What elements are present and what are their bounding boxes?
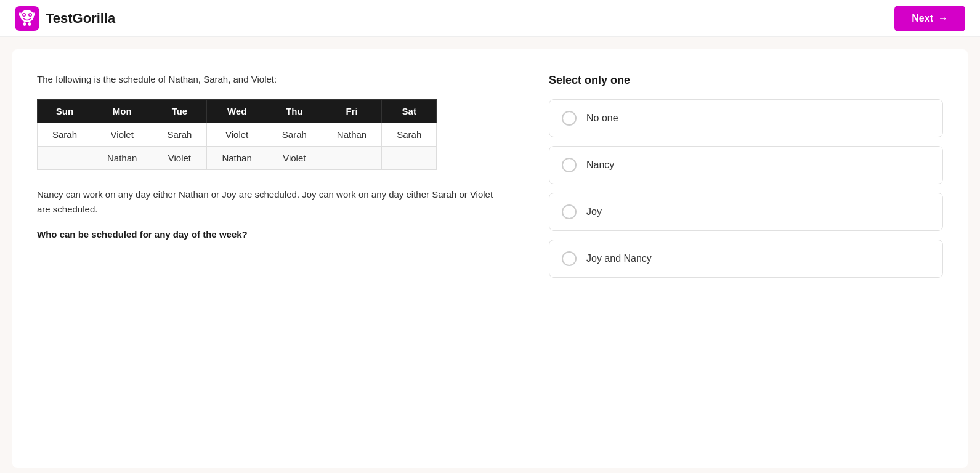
schedule-cell-1-6	[382, 147, 437, 170]
option-label-no-one: No one	[586, 113, 618, 124]
left-panel: The following is the schedule of Nathan,…	[37, 74, 500, 443]
radio-nancy	[562, 158, 577, 172]
schedule-cell-0-3: Violet	[207, 123, 267, 147]
schedule-header-wed: Wed	[207, 100, 267, 123]
schedule-header-sat: Sat	[382, 100, 437, 123]
schedule-header-row: SunMonTueWedThuFriSat	[38, 100, 437, 123]
option-joy[interactable]: Joy	[549, 193, 943, 231]
schedule-header-sun: Sun	[38, 100, 92, 123]
schedule-cell-1-1: Nathan	[92, 147, 152, 170]
schedule-cell-1-0	[38, 147, 92, 170]
schedule-header-fri: Fri	[322, 100, 381, 123]
option-label-joy-and-nancy: Joy and Nancy	[586, 253, 652, 264]
schedule-body: SarahVioletSarahVioletSarahNathanSarahNa…	[38, 123, 437, 170]
radio-joy-and-nancy	[562, 251, 577, 266]
option-nancy[interactable]: Nancy	[549, 146, 943, 184]
testgorilla-logo-icon	[15, 6, 39, 31]
next-button[interactable]: Next →	[894, 6, 965, 31]
schedule-cell-0-5: Nathan	[322, 123, 381, 147]
right-panel: Select only one No oneNancyJoyJoy and Na…	[549, 74, 943, 443]
logo: TestGorilla	[15, 6, 115, 31]
schedule-cell-1-3: Nathan	[207, 147, 267, 170]
context-text: Nancy can work on any day either Nathan …	[37, 187, 500, 217]
schedule-header-mon: Mon	[92, 100, 152, 123]
schedule-header-tue: Tue	[152, 100, 207, 123]
svg-point-4	[23, 14, 25, 15]
logo-text: TestGorilla	[46, 10, 115, 26]
schedule-table: SunMonTueWedThuFriSat SarahVioletSarahVi…	[37, 99, 437, 170]
schedule-cell-0-1: Violet	[92, 123, 152, 147]
option-label-joy: Joy	[586, 206, 602, 217]
schedule-cell-1-4: Violet	[267, 147, 322, 170]
question-text: Who can be scheduled for any day of the …	[37, 229, 500, 240]
schedule-cell-0-6: Sarah	[382, 123, 437, 147]
option-label-nancy: Nancy	[586, 160, 614, 171]
option-no-one[interactable]: No one	[549, 99, 943, 137]
question-intro: The following is the schedule of Nathan,…	[37, 74, 500, 84]
options-container: No oneNancyJoyJoy and Nancy	[549, 99, 943, 278]
svg-rect-6	[19, 12, 21, 16]
select-label: Select only one	[549, 74, 943, 87]
header: TestGorilla Next →	[0, 0, 980, 37]
svg-rect-8	[23, 22, 26, 26]
radio-joy	[562, 204, 577, 219]
schedule-cell-1-5	[322, 147, 381, 170]
schedule-row-1: NathanVioletNathanViolet	[38, 147, 437, 170]
svg-rect-7	[33, 12, 35, 16]
svg-rect-9	[28, 22, 31, 26]
main-content: The following is the schedule of Nathan,…	[12, 49, 968, 468]
schedule-cell-0-0: Sarah	[38, 123, 92, 147]
radio-no-one	[562, 111, 577, 126]
option-joy-and-nancy[interactable]: Joy and Nancy	[549, 240, 943, 278]
schedule-row-0: SarahVioletSarahVioletSarahNathanSarah	[38, 123, 437, 147]
schedule-cell-1-2: Violet	[152, 147, 207, 170]
schedule-cell-0-4: Sarah	[267, 123, 322, 147]
schedule-header-thu: Thu	[267, 100, 322, 123]
schedule-cell-0-2: Sarah	[152, 123, 207, 147]
svg-point-5	[30, 14, 31, 15]
